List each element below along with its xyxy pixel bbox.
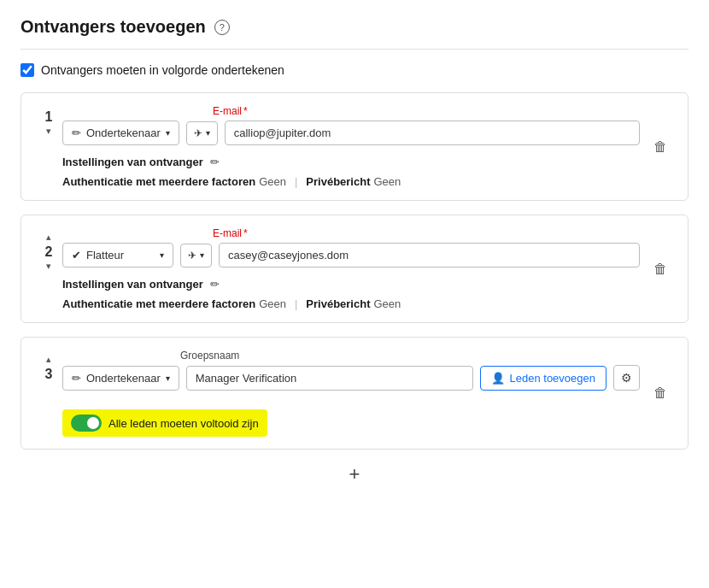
page-header: Ontvangers toevoegen ?	[21, 17, 688, 50]
group-name-input-3[interactable]	[186, 366, 473, 391]
send-icon-1: ✈	[194, 127, 202, 139]
role-label-1: Ondertekenaar	[86, 126, 161, 139]
recipient-card-2: ▴ 2 ▾ E-mail* ✔ Flatteur ▾ ✈ ▾	[21, 215, 688, 323]
field-row-1: ✏ Ondertekenaar ▾ ✈ ▾	[62, 121, 640, 145]
card-number-col-1: 1 ▾	[35, 105, 62, 138]
role-label-2: Flatteur	[86, 249, 124, 262]
settings-edit-btn-1[interactable]: ✏	[208, 154, 221, 170]
card-content-3: Groepsnaam ✏ Ondertekenaar ▾ 👤 Leden toe…	[62, 350, 640, 437]
collapse-up-btn-2[interactable]: ▴	[44, 231, 53, 244]
add-icon: +	[349, 463, 360, 485]
chevron-icon-2: ▾	[160, 250, 164, 260]
email-label-2: E-mail*	[211, 227, 640, 239]
flatteur-icon-2: ✔	[72, 249, 81, 262]
send-method-btn-1[interactable]: ✈ ▾	[186, 121, 218, 145]
delete-btn-3[interactable]: 🗑	[647, 380, 674, 406]
settings-row-2: Instellingen van ontvanger ✏	[62, 276, 640, 292]
card-content-2: E-mail* ✔ Flatteur ▾ ✈ ▾ Instellingen v	[62, 227, 640, 310]
pen-icon-3: ✏	[72, 372, 81, 385]
role-dropdown-3[interactable]: ✏ Ondertekenaar ▾	[62, 366, 179, 391]
page-title: Ontvangers toevoegen	[21, 17, 206, 37]
recipient-number-3: 3	[45, 366, 53, 382]
card-content-1: E-mail* ✏ Ondertekenaar ▾ ✈ ▾ Instellin	[62, 105, 640, 188]
send-method-btn-2[interactable]: ✈ ▾	[180, 244, 212, 268]
card-number-col-3: ▴ 3	[35, 350, 62, 382]
order-checkbox-label: Ontvangers moeten in volgorde onderteken…	[41, 63, 284, 77]
auth-row-1: Authenticatie met meerdere factoren Geen…	[62, 175, 640, 188]
add-recipient-btn[interactable]: +	[349, 463, 360, 485]
toggle-row-3: Alle leden moeten voltooid zijn	[62, 409, 267, 437]
add-members-btn-3[interactable]: 👤 Leden toevoegen	[480, 366, 606, 391]
role-dropdown-1[interactable]: ✏ Ondertekenaar ▾	[62, 121, 179, 145]
recipient-number-1: 1	[45, 109, 53, 125]
field-row-2: ✔ Flatteur ▾ ✈ ▾	[62, 243, 640, 268]
add-members-label: Leden toevoegen	[510, 372, 595, 385]
page-container: Ontvangers toevoegen ? Ontvangers moeten…	[0, 0, 709, 503]
auth-row-2: Authenticatie met meerdere factoren Geen…	[62, 297, 640, 310]
send-chevron-1: ▾	[206, 128, 210, 138]
group-settings-btn-3[interactable]: ⚙	[613, 365, 640, 391]
delete-btn-1[interactable]: 🗑	[647, 134, 674, 160]
collapse-btn-1[interactable]: ▾	[44, 125, 53, 138]
role-dropdown-2[interactable]: ✔ Flatteur ▾	[62, 243, 173, 268]
group-label-3: Groepsnaam	[180, 350, 640, 362]
order-checkbox-row: Ontvangers moeten in volgorde onderteken…	[21, 63, 688, 77]
send-chevron-2: ▾	[200, 250, 204, 260]
send-icon-2: ✈	[188, 250, 196, 262]
toggle-label-3: Alle leden moeten voltooid zijn	[108, 417, 259, 430]
email-label-1: E-mail*	[211, 105, 640, 117]
recipient-card-1: 1 ▾ E-mail* ✏ Ondertekenaar ▾ ✈ ▾	[21, 92, 688, 201]
pen-icon-1: ✏	[72, 126, 81, 139]
add-members-icon: 👤	[491, 372, 505, 385]
recipient-card-3: ▴ 3 Groepsnaam ✏ Ondertekenaar ▾ 👤 Leden…	[21, 337, 688, 450]
add-recipient-row: +	[21, 463, 688, 485]
settings-edit-btn-2[interactable]: ✏	[208, 276, 221, 292]
card-number-col-2: ▴ 2 ▾	[35, 227, 62, 273]
collapse-up-btn-3[interactable]: ▴	[44, 353, 53, 366]
delete-btn-2[interactable]: 🗑	[647, 256, 674, 282]
email-input-1[interactable]	[225, 121, 640, 145]
collapse-down-btn-2[interactable]: ▾	[44, 260, 53, 273]
toggle-area-3: Alle leden moeten voltooid zijn	[62, 399, 640, 437]
all-members-toggle[interactable]	[71, 415, 102, 432]
order-checkbox[interactable]	[21, 63, 34, 77]
email-input-2[interactable]	[219, 243, 640, 268]
help-icon[interactable]: ?	[214, 20, 230, 35]
settings-row-1: Instellingen van ontvanger ✏	[62, 154, 640, 170]
chevron-icon-1: ▾	[166, 128, 170, 138]
group-field-row-3: ✏ Ondertekenaar ▾ 👤 Leden toevoegen ⚙	[62, 365, 640, 391]
chevron-icon-3: ▾	[166, 373, 170, 383]
settings-label-2: Instellingen van ontvanger	[62, 278, 203, 291]
role-label-3: Ondertekenaar	[86, 372, 161, 385]
recipient-number-2: 2	[45, 244, 53, 260]
settings-icon-3: ⚙	[621, 371, 632, 385]
settings-label-1: Instellingen van ontvanger	[62, 156, 203, 168]
